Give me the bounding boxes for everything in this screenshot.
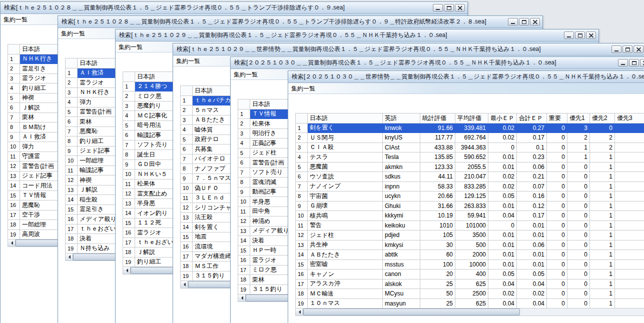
row-number[interactable]: 7 bbox=[296, 182, 308, 192]
column-header[interactable]: 日本語 bbox=[308, 114, 383, 124]
grid-cell[interactable]: Ghuki bbox=[383, 201, 420, 211]
grid-cell[interactable]: 0 bbox=[547, 289, 567, 299]
window-titlebar[interactable]: 検索[２０２５１０３０＿＿質量制御再現公表１．５＿ジェド霊界ラジオ再現０．５５＿… bbox=[231, 57, 644, 69]
row-number[interactable]: 3 bbox=[238, 128, 250, 138]
grid-cell[interactable]: 0 bbox=[547, 152, 567, 162]
row-number[interactable]: 18 bbox=[123, 248, 135, 258]
grid-cell[interactable]: 0.04 bbox=[517, 298, 547, 308]
grid-cell[interactable]: CIAst bbox=[383, 142, 420, 152]
grid-cell[interactable]: msstus bbox=[383, 260, 420, 270]
row-number[interactable]: 2 bbox=[66, 78, 78, 88]
row-number[interactable]: 18 bbox=[181, 262, 193, 272]
row-number[interactable]: 9 bbox=[238, 187, 250, 197]
row-number[interactable]: 7 bbox=[66, 126, 78, 136]
grid-cell[interactable]: 0.05 bbox=[488, 270, 517, 280]
row-number[interactable]: 13 bbox=[238, 226, 250, 236]
grid-cell[interactable] bbox=[615, 230, 644, 240]
grid-cell[interactable] bbox=[615, 240, 644, 250]
grid-cell[interactable]: 1 bbox=[567, 152, 590, 162]
row-number[interactable]: 17 bbox=[296, 279, 308, 289]
grid-cell[interactable]: 0 bbox=[547, 142, 567, 152]
grid-cell[interactable]: 0 bbox=[547, 250, 567, 260]
grid-cell[interactable]: 0.12 bbox=[517, 201, 547, 211]
maximize-button[interactable] bbox=[622, 46, 632, 53]
row-number[interactable]: 13 bbox=[8, 171, 20, 181]
table-row[interactable]: 14ＡＢたたきabttk6020000.010.01001 bbox=[296, 250, 644, 260]
grid-cell[interactable]: 1 bbox=[590, 220, 615, 230]
row-number[interactable]: 11 bbox=[123, 179, 135, 189]
minimize-button[interactable] bbox=[564, 32, 574, 39]
table-row[interactable]: 9Ｇ崩壊Ghuki31.66263.8330.010.12001 bbox=[296, 201, 644, 211]
row-number[interactable]: 19 bbox=[8, 230, 20, 240]
grid-cell[interactable]: 1 bbox=[590, 279, 615, 289]
grid-cell[interactable]: 3500 bbox=[455, 230, 488, 240]
row-number[interactable]: 5 bbox=[296, 162, 308, 172]
grid-cell[interactable]: 0.16 bbox=[517, 192, 547, 202]
row-number[interactable]: 14 bbox=[181, 222, 193, 232]
grid-cell[interactable]: 核共鳴 bbox=[308, 211, 383, 221]
column-header[interactable]: 英語 bbox=[383, 114, 420, 124]
grid-cell[interactable]: abttk bbox=[383, 250, 420, 260]
row-number[interactable]: 14 bbox=[296, 250, 308, 260]
grid-cell[interactable]: 0.01 bbox=[488, 260, 517, 270]
minimize-button[interactable] bbox=[618, 59, 628, 66]
grid-cell[interactable]: 60 bbox=[420, 250, 455, 260]
scroll-left-button[interactable] bbox=[8, 240, 16, 246]
grid-cell[interactable]: 0.04 bbox=[488, 211, 517, 221]
grid-cell[interactable]: 0 bbox=[547, 192, 567, 202]
row-number[interactable]: 18 bbox=[238, 275, 250, 285]
grid-cell[interactable]: 0.23 bbox=[517, 152, 547, 162]
grid-cell[interactable]: 0.05 bbox=[488, 192, 517, 202]
grid-cell[interactable]: 0 bbox=[567, 289, 590, 299]
grid-cell[interactable]: 1 bbox=[590, 201, 615, 211]
row-number[interactable]: 3 bbox=[123, 101, 135, 111]
grid-cell[interactable]: ＭＣ輸送 bbox=[308, 289, 383, 299]
row-number[interactable]: 10 bbox=[238, 197, 250, 207]
row-number[interactable]: 16 bbox=[66, 214, 78, 224]
grid-cell[interactable]: 0 bbox=[547, 201, 567, 211]
grid-cell[interactable]: 44.11 bbox=[420, 172, 455, 182]
row-number[interactable]: 16 bbox=[296, 270, 308, 280]
row-number[interactable]: 4 bbox=[123, 111, 135, 121]
grid-cell[interactable]: 0 bbox=[547, 260, 567, 270]
grid-cell[interactable]: 3944.363 bbox=[455, 142, 488, 152]
maximize-button[interactable] bbox=[575, 32, 585, 39]
row-number[interactable]: 11 bbox=[296, 220, 308, 230]
close-button[interactable] bbox=[586, 32, 596, 39]
row-number[interactable]: 11 bbox=[66, 166, 78, 176]
grid-cell[interactable]: 0 bbox=[547, 182, 567, 192]
grid-cell[interactable]: 0 bbox=[547, 172, 567, 182]
row-number[interactable]: 3 bbox=[8, 74, 20, 84]
grid-cell[interactable]: 0.01 bbox=[517, 250, 547, 260]
grid-cell[interactable]: 0.01 bbox=[488, 162, 517, 172]
grid-cell[interactable]: 2 bbox=[567, 133, 590, 143]
grid-cell[interactable]: 0.02 bbox=[517, 289, 547, 299]
close-button[interactable] bbox=[640, 59, 644, 66]
column-header[interactable]: 最小ＥＰ bbox=[488, 114, 517, 124]
grid-cell[interactable]: 0.01 bbox=[488, 250, 517, 260]
grid-cell[interactable]: masyun bbox=[383, 298, 420, 308]
minimize-button[interactable] bbox=[433, 4, 443, 12]
row-number[interactable]: 17 bbox=[66, 224, 78, 234]
row-number[interactable]: 15 bbox=[181, 232, 193, 242]
grid-cell[interactable]: ナノインプ bbox=[308, 182, 383, 192]
grid-cell[interactable]: sdkus bbox=[383, 172, 420, 182]
row-number[interactable]: 19 bbox=[181, 271, 193, 281]
grid-cell[interactable] bbox=[615, 152, 644, 162]
table-row[interactable]: 17アラスカ沖alskok256250.040.04001 bbox=[296, 279, 644, 289]
grid-cell[interactable]: 2000 bbox=[455, 250, 488, 260]
row-number[interactable]: 14 bbox=[238, 236, 250, 246]
row-number[interactable]: 11 bbox=[181, 193, 193, 203]
grid-cell[interactable]: ジェド柱 bbox=[308, 230, 383, 240]
row-number[interactable]: 19 bbox=[66, 244, 78, 254]
grid-cell[interactable]: 2 bbox=[590, 142, 615, 152]
grid-cell[interactable]: 400 bbox=[455, 270, 488, 280]
row-number[interactable]: 18 bbox=[8, 220, 20, 230]
grid-cell[interactable]: 0 bbox=[547, 220, 567, 230]
table-row[interactable]: 18ＭＣ輸送MCysu5025000.020.02001 bbox=[296, 289, 644, 299]
row-number[interactable]: 12 bbox=[66, 176, 78, 186]
grid-cell[interactable]: 0 bbox=[567, 240, 590, 250]
grid-cell[interactable]: ＣＩＡ殺 bbox=[308, 142, 383, 152]
row-number[interactable]: 3 bbox=[66, 88, 78, 98]
grid-cell[interactable]: 10.19 bbox=[420, 211, 455, 221]
